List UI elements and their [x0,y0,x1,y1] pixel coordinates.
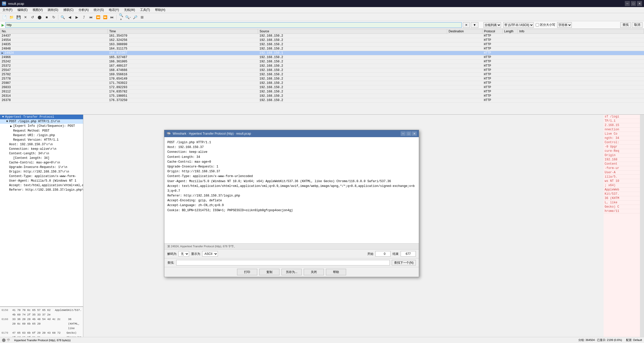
cancel-button[interactable]: 取消 [632,22,642,28]
toolbar-stop[interactable]: ■ [43,14,50,20]
table-row[interactable]: 26314175.198051192.168.150.2HTTP [0,94,644,98]
menu-edit[interactable]: 编辑(E) [15,7,30,13]
toolbar-new[interactable]: 📄 [1,14,8,20]
packet-details-tree[interactable]: ▼Hypertext Transfer Protocol▼POST /login… [0,115,83,307]
table-row[interactable]: 25907171.763922192.168.150.2HTTP [0,81,644,85]
case-checkbox[interactable] [536,23,539,27]
packet-list[interactable]: No. Time Source Destination Protocol Len… [0,29,644,115]
menu-capture[interactable]: 捕获(C) [61,7,76,13]
dialog-search-input[interactable] [176,260,390,265]
col-no[interactable]: No. [0,29,108,34]
maximize-button[interactable]: □ [631,1,636,6]
table-row[interactable]: 26033172.892293192.168.150.2HTTP [0,85,644,90]
table-row[interactable]: 25547168.474666192.168.150.2HTTP [0,68,644,72]
tree-expand-icon[interactable]: ▼ [5,120,9,123]
print-button[interactable]: 打印 [237,269,257,275]
menu-analyze[interactable]: 分析(A) [76,7,91,13]
toolbar-zoom-out[interactable]: 🔍- [125,14,131,20]
table-row[interactable]: 24554162.324256192.168.150.2HTTP [0,38,644,42]
toolbar-back[interactable]: ◀ [66,14,73,20]
toolbar-prev[interactable]: ⏪ [95,14,101,20]
filter-arrow-button[interactable]: ▼ [471,22,478,28]
toolbar-zoom-in[interactable]: 🔍+ [118,14,124,20]
filter-input[interactable] [5,22,462,28]
toolbar-find[interactable]: 🔍 [59,14,66,20]
toolbar-zoom-reset[interactable]: 🔎 [132,14,138,20]
menu-statistics[interactable]: 统计(S) [91,7,106,13]
col-proto[interactable]: Protocol [482,29,503,34]
toolbar-reload[interactable]: ↺ [29,14,36,20]
col-len[interactable]: Length [503,29,518,34]
tree-item[interactable]: Referer: http://192.168.150.37/login.php… [0,188,83,192]
menu-view[interactable]: 视图(V) [30,7,45,13]
tree-item[interactable]: Host: 192.168.150.37\r\n [0,142,83,147]
table-row[interactable]: 26112174.035782192.168.150.2HTTP [0,90,644,94]
save-as-button[interactable]: 另存为... [281,269,302,275]
clear-filter-button[interactable]: ✕ [463,22,470,28]
search-button[interactable]: 查找 [620,22,631,28]
tree-item[interactable]: ▼POST /login.php HTTP/1.1\r\n [0,119,83,124]
menu-go[interactable]: 跳转(G) [45,7,61,13]
menu-telephony[interactable]: 电话(Y) [106,7,121,13]
tree-item[interactable]: ▶[Expert Info (Chat/Sequence): POST [0,124,83,129]
copy-button[interactable]: 复制 [259,269,279,275]
menu-wireless[interactable]: 无线(W) [121,7,137,13]
col-source[interactable]: Source [258,29,447,34]
field-select[interactable]: 字符串 [557,22,572,28]
dialog-maximize-button[interactable]: □ [406,131,411,136]
menu-help[interactable]: 帮助(H) [152,7,168,13]
tree-item[interactable]: Content-Type: application/x-www-form- [0,174,83,179]
menu-tools[interactable]: 工具(T) [138,7,152,13]
dialog-close-action-button[interactable]: 关闭 [304,269,324,275]
table-row[interactable]: 25242166.361005192.168.150.2HTTP [0,60,644,64]
toolbar-open[interactable]: 📁 [8,14,15,20]
table-row[interactable]: ▶ 24924164.815907192.168.150.1HTTP [0,51,644,55]
help-button[interactable]: 帮助 [326,269,346,275]
col-time[interactable]: Time [108,29,258,34]
dialog-minimize-button[interactable]: ─ [401,131,406,136]
table-row[interactable]: 25702169.556616192.168.150.2HTTP [0,72,644,77]
toolbar-close[interactable]: ✕ [22,14,29,20]
table-row[interactable]: 24835163.308890192.168.150.2HTTP [0,42,644,47]
tree-item[interactable]: Upgrade-Insecure-Requests: 1\r\n [0,165,83,169]
table-row[interactable]: 25372167.409137192.168.150.2HTTP [0,64,644,68]
toolbar-first[interactable]: ⏮ [88,14,94,20]
hex-dump[interactable]: 015041 70 70 6c 65 57 65 62 4b 69 74 2f … [0,307,83,337]
tree-item[interactable]: Request Version: HTTP/1.1 [0,138,83,142]
toolbar-next[interactable]: ⏩ [102,14,108,20]
toolbar-resize[interactable]: ⊞ [139,14,145,20]
tree-item[interactable]: User-Agent: Mozilla/5.0 (Windows NT 1 [0,179,83,183]
toolbar-last[interactable]: ⏭ [109,14,115,20]
end-input[interactable] [401,251,416,257]
toolbar-goto[interactable]: ⤴ [81,14,87,20]
tree-item[interactable]: [Content length: 34] [0,156,83,160]
start-input[interactable] [375,251,391,257]
table-row[interactable]: 24437161.354370192.168.150.2HTTP [0,34,644,38]
col-info[interactable]: Info [518,29,644,34]
tree-item[interactable]: Connection: keep-alive\r\n [0,147,83,151]
tree-item[interactable]: Cache-Control: max-age=0\r\n [0,160,83,165]
dialog-close-button[interactable]: ✕ [412,131,417,136]
find-next-button[interactable]: 查找下一个(N) [392,260,416,265]
toolbar-forward[interactable]: ▶ [73,14,80,20]
menu-file[interactable]: 文件(F) [0,7,15,13]
close-button[interactable]: ✕ [637,1,642,6]
tree-item[interactable]: ▼Hypertext Transfer Protocol [0,115,83,119]
table-row[interactable]: 25778170.654149192.168.150.2HTTP [0,77,644,81]
table-row[interactable]: 24966165.327487192.168.150.2HTTP [0,55,644,60]
tree-item[interactable]: Origin: http://192.168.150.37\r\n [0,169,83,174]
decode-select[interactable]: 无 [178,251,189,257]
tree-item[interactable]: Request URI: /login.php [0,133,83,138]
col-dest[interactable]: Destination [447,29,482,34]
tree-expand-icon[interactable]: ▶ [9,124,13,128]
display-select[interactable]: ASCII [202,251,218,257]
table-row[interactable]: 24848164.311175192.168.150.2HTTP [0,47,644,51]
encoding-select[interactable]: 窄 (UTF-8 / ASCII) [503,22,534,28]
toolbar-restart[interactable]: ↻ [50,14,57,20]
toolbar-capture[interactable]: ⬤ [36,14,43,20]
toolbar-save[interactable]: 💾 [15,14,22,20]
tree-item[interactable]: Request Method: POST [0,129,83,133]
minimize-button[interactable]: ─ [625,1,630,6]
tree-expand-icon[interactable]: ▼ [1,115,5,119]
tree-item[interactable]: Content-Length: 34\r\n [0,151,83,156]
